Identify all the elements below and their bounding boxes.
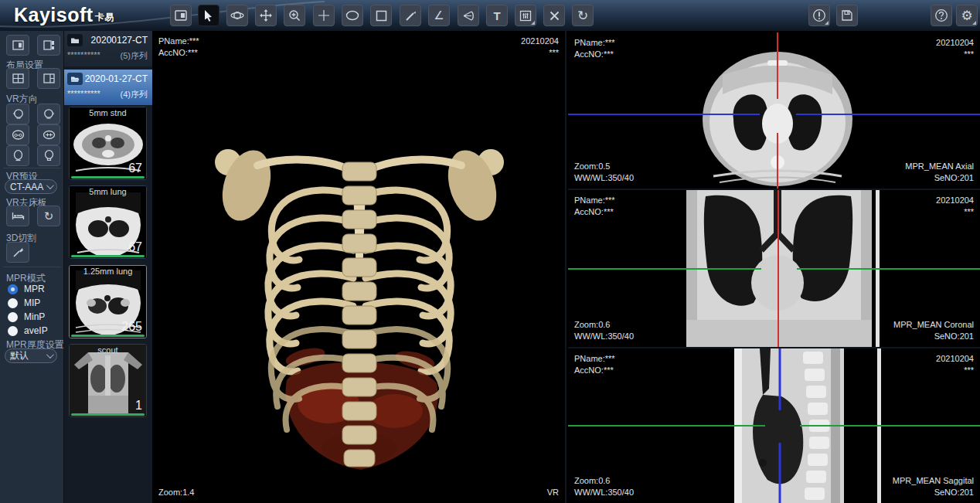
thumbnail-1-25mm-lung-selected[interactable]: 1.25mm lung 265 xyxy=(69,265,147,338)
ellipse-icon xyxy=(345,10,359,21)
mpr-mode-radio-mip[interactable]: MIP xyxy=(8,297,40,309)
mpr-mode-radio-aveip[interactable]: aveIP xyxy=(8,325,48,337)
vr-preset-value: CT-AAA xyxy=(10,182,43,192)
vr-preset-select[interactable]: CT-AAA xyxy=(5,179,57,194)
layout-custom-icon xyxy=(43,40,55,50)
text-annotation-button[interactable]: T xyxy=(486,5,508,26)
mpr-mode-radio-minp[interactable]: MinP xyxy=(8,311,45,323)
pointer-tool-button[interactable] xyxy=(198,5,219,26)
ellipse-roi-button[interactable] xyxy=(342,5,363,26)
date-text: 20210204 xyxy=(521,36,559,47)
reset-view-button[interactable]: ↻ xyxy=(572,5,594,26)
mpr-layout-button[interactable] xyxy=(170,5,192,26)
overlay-patient-info: PName:*** AccNO:*** xyxy=(574,353,615,376)
vr-view-posterior-button[interactable] xyxy=(37,145,60,166)
delete-annotation-button[interactable] xyxy=(543,5,565,26)
logo-cn-text: 卡易 xyxy=(95,12,114,22)
head-front-icon xyxy=(13,150,23,161)
pname-text: PName:*** xyxy=(574,195,615,206)
coronal-viewport[interactable]: PName:*** AccNO:*** 20210204 *** Zoom:0.… xyxy=(568,190,980,347)
help-icon xyxy=(934,8,948,22)
close-x-icon xyxy=(550,11,560,21)
overlay-study-date: 20210204 *** xyxy=(936,37,974,60)
crosshair-tool-button[interactable] xyxy=(313,5,335,26)
overlay-patient-info: PName:*** AccNO:*** xyxy=(158,36,199,59)
cone-beam-button[interactable] xyxy=(458,5,479,26)
study-item-2-selected[interactable]: 2020-01-27-CT ********** (4)序列 xyxy=(64,70,152,105)
vr-viewport[interactable]: PName:*** AccNO:*** 20210204 *** Zoom:1.… xyxy=(152,31,567,503)
sagittal-viewport[interactable]: PName:*** AccNO:*** 20210204 *** Zoom:0.… xyxy=(568,348,980,503)
accno-text: AccNO:*** xyxy=(574,365,615,376)
angle-tool-button[interactable]: ∠ xyxy=(428,5,450,26)
pan-tool-button[interactable] xyxy=(255,5,277,26)
date-text: 20210204 xyxy=(936,37,974,49)
dropdown-corner xyxy=(531,21,535,25)
thumbnail-5mm-lung[interactable]: 5mm lung 67 xyxy=(69,185,147,259)
thumbnail-progress-bar xyxy=(71,413,145,416)
mpr-thickness-select[interactable]: 默认 xyxy=(5,348,57,363)
cone-beam-icon xyxy=(462,10,475,22)
radio-label: MinP xyxy=(24,311,45,322)
thumbnail-progress-bar xyxy=(71,335,145,337)
remove-bed-button[interactable] xyxy=(6,206,29,226)
overlay-study-date: 20210204 *** xyxy=(936,353,974,376)
overlay-mode: VR xyxy=(547,487,559,498)
layout-2x2-button[interactable] xyxy=(6,68,29,89)
thumbnail-5mm-stnd[interactable]: 5mm stnd 67 xyxy=(69,107,147,180)
overlay-series-info: MPR_MEAN Coronal SeNO:201 xyxy=(893,319,974,342)
thumbnail-scout[interactable]: scout 1 xyxy=(69,344,147,417)
series-name-text: MPR_MEAN Axial xyxy=(905,161,974,172)
scalpel-button[interactable] xyxy=(6,242,29,263)
window-level-button[interactable] xyxy=(515,5,536,26)
seno-text: SeNO:201 xyxy=(905,172,974,184)
stars-text: *** xyxy=(936,49,974,60)
stars-text: *** xyxy=(936,365,974,376)
accno-text: AccNO:*** xyxy=(574,206,615,218)
overlay-zoom-wl: Zoom:0.6 WW/WL:350/40 xyxy=(574,475,634,498)
dropdown-corner xyxy=(972,21,976,25)
zoom-tool-button[interactable] xyxy=(284,5,305,26)
pan-icon xyxy=(260,9,272,22)
zoom-text: Zoom:1.4 xyxy=(158,487,194,498)
axial-viewport[interactable]: PName:*** AccNO:*** 20210204 *** Zoom:0.… xyxy=(568,32,980,189)
app-logo: Kayisoft卡易 xyxy=(14,4,114,26)
overlay-patient-info: PName:*** AccNO:*** xyxy=(574,195,615,218)
vr-ribcage-render xyxy=(213,124,506,487)
settings-button[interactable]: ⚙ xyxy=(956,5,978,26)
stars-text: *** xyxy=(521,47,559,59)
zoom-icon xyxy=(288,9,301,22)
pointer-icon xyxy=(203,9,214,22)
vr-view-anterior-button[interactable] xyxy=(6,145,29,166)
study-item-1[interactable]: 20200127-CT ********** (5)序列 xyxy=(64,31,152,66)
measure-line-button[interactable] xyxy=(400,5,421,26)
layout-2x2-icon xyxy=(12,73,24,83)
vr-view-right-button[interactable] xyxy=(37,104,60,124)
head-back-icon xyxy=(44,150,54,161)
wwwl-text: WW/WL:350/40 xyxy=(574,331,634,342)
thumbnail-image-count: 67 xyxy=(128,240,142,254)
layout-1plus2-button[interactable] xyxy=(37,68,60,89)
vr-view-inferior-button[interactable] xyxy=(37,124,60,145)
save-button[interactable] xyxy=(836,5,858,26)
head-right-icon xyxy=(43,108,55,120)
divider xyxy=(3,168,61,168)
rect-roi-button[interactable] xyxy=(370,5,392,26)
rotate-3d-icon xyxy=(230,9,244,22)
zoom-text: Zoom:0.6 xyxy=(574,475,634,487)
layout-custom-button[interactable] xyxy=(37,35,60,56)
restore-icon: ↻ xyxy=(44,209,54,223)
folder-closed-icon xyxy=(67,34,83,46)
thumbnail-progress-bar xyxy=(71,255,145,257)
rectangle-icon xyxy=(376,10,387,22)
vr-view-left-button[interactable] xyxy=(6,104,29,124)
overlay-series-info: MPR_MEAN Axial SeNO:201 xyxy=(905,161,974,184)
help-button[interactable] xyxy=(931,5,952,26)
overlay-study-date: 20210204 *** xyxy=(521,36,559,59)
rotate-3d-button[interactable] xyxy=(226,5,248,26)
info-button[interactable] xyxy=(808,5,830,26)
overlay-zoom-wl: Zoom:0.5 WW/WL:350/40 xyxy=(574,161,634,184)
layout-1x2-button[interactable] xyxy=(6,35,29,56)
mpr-mode-radio-mpr[interactable]: MPR xyxy=(8,283,45,295)
vr-view-superior-button[interactable] xyxy=(6,124,29,145)
restore-bed-button[interactable]: ↻ xyxy=(37,206,60,226)
